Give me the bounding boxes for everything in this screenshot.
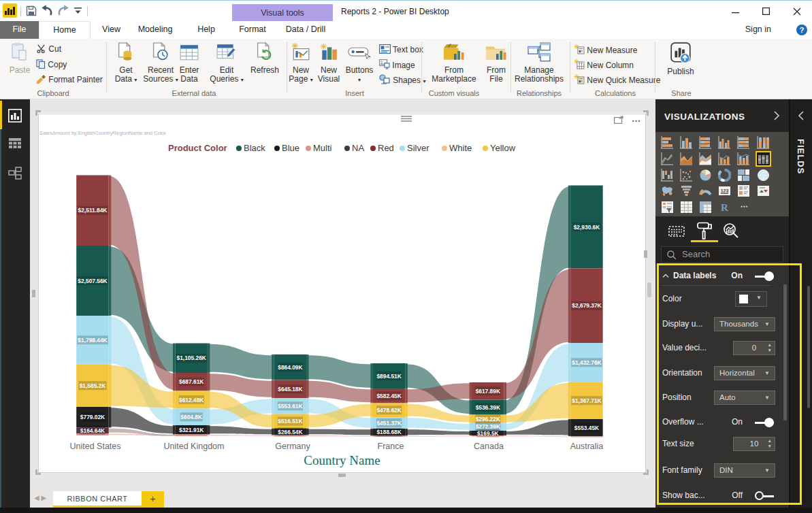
svg-text:⋯: ⋯	[741, 202, 748, 210]
svg-text:$1,367.71K: $1,367.71K	[572, 397, 601, 404]
svg-text:$553.61K: $553.61K	[278, 403, 302, 410]
svg-text:$553.45K: $553.45K	[574, 425, 599, 431]
svg-text:$612.48K: $612.48K	[179, 397, 204, 403]
svg-text:$687.61K: $687.61K	[179, 378, 204, 385]
svg-text:R: R	[721, 202, 728, 213]
svg-text:$864.09K: $864.09K	[278, 364, 302, 371]
svg-text:$1,105.26K: $1,105.26K	[177, 354, 206, 361]
svg-text:123: 123	[721, 188, 729, 193]
svg-text:$516.51K: $516.51K	[278, 418, 302, 425]
svg-text:$1,585.2K: $1,585.2K	[80, 382, 106, 389]
svg-text:$582.45K: $582.45K	[376, 393, 401, 399]
svg-text:$2,679.37K: $2,679.37K	[572, 302, 601, 309]
svg-text:$164.64K: $164.64K	[80, 427, 105, 434]
svg-text:$645.18K: $645.18K	[278, 386, 302, 393]
svg-text:$604.8K: $604.8K	[180, 414, 202, 420]
svg-text:$2,507.56K: $2,507.56K	[78, 278, 107, 284]
svg-text:$1,798.44K: $1,798.44K	[78, 337, 107, 344]
svg-text:$296.22K: $296.22K	[476, 416, 500, 423]
svg-text:$451.37K: $451.37K	[376, 420, 401, 427]
svg-text:$478.62K: $478.62K	[376, 407, 401, 414]
svg-text:$536.39K: $536.39K	[476, 404, 500, 411]
svg-text:$617.89K: $617.89K	[476, 388, 500, 395]
svg-text:$188.68K: $188.68K	[376, 429, 401, 435]
svg-text:$266.54K: $266.54K	[278, 429, 302, 435]
svg-text:$169.5K: $169.5K	[477, 430, 499, 437]
svg-text:$2,930.6K: $2,930.6K	[574, 224, 600, 231]
svg-text:$1,432.76K: $1,432.76K	[572, 359, 601, 366]
svg-text:$894.51K: $894.51K	[376, 373, 401, 380]
svg-text:$779.02K: $779.02K	[80, 414, 105, 420]
svg-text:$2,511.84K: $2,511.84K	[78, 207, 108, 214]
svg-text:$321.91K: $321.91K	[179, 427, 204, 433]
